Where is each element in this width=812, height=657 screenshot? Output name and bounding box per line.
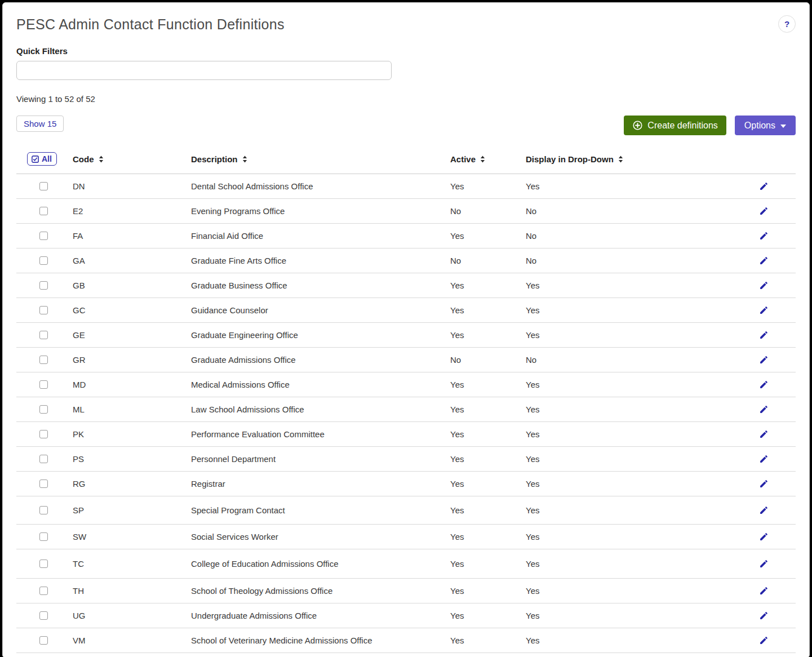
- create-definitions-button[interactable]: Create definitions: [624, 116, 726, 135]
- column-header-active[interactable]: Active: [450, 149, 526, 174]
- create-definitions-label: Create definitions: [647, 121, 718, 131]
- options-button[interactable]: Options: [735, 116, 796, 135]
- table-row: E2 Evening Programs Office No No: [16, 199, 796, 224]
- table-row: GC Guidance Counselor Yes Yes: [16, 298, 796, 323]
- row-checkbox[interactable]: [39, 356, 48, 364]
- row-checkbox[interactable]: [39, 306, 48, 314]
- edit-pencil-icon[interactable]: [758, 255, 770, 267]
- description-cell: Dental School Admissions Office: [191, 174, 450, 199]
- table-row: GB Graduate Business Office Yes Yes: [16, 273, 796, 298]
- checkbox-cell: [16, 224, 73, 248]
- code-header-label: Code: [73, 154, 94, 164]
- display-cell: Yes: [526, 273, 745, 298]
- page-title: PESC Admin Contact Function Definitions: [16, 16, 285, 33]
- row-checkbox[interactable]: [39, 455, 48, 463]
- edit-pencil-icon[interactable]: [758, 230, 770, 242]
- row-checkbox[interactable]: [39, 232, 48, 240]
- active-cell: Yes: [450, 224, 526, 248]
- display-cell: Yes: [526, 447, 745, 472]
- checkbox-cell: [16, 273, 73, 298]
- checkbox-cell: [16, 496, 73, 525]
- options-label: Options: [744, 121, 775, 131]
- column-header-code[interactable]: Code: [73, 149, 191, 174]
- description-cell: Undergraduate Admissions Office: [191, 603, 450, 628]
- edit-pencil-icon[interactable]: [758, 558, 770, 570]
- edit-pencil-icon[interactable]: [758, 304, 770, 316]
- edit-pencil-icon[interactable]: [758, 379, 770, 390]
- quick-filters-label: Quick Filters: [16, 46, 796, 56]
- display-cell: Yes: [526, 397, 745, 422]
- column-header-display-in-dropdown[interactable]: Display in Drop-Down: [526, 149, 745, 174]
- show-page-size-button[interactable]: Show 15: [16, 116, 64, 132]
- viewing-status: Viewing 1 to 52 of 52: [16, 94, 796, 104]
- row-checkbox[interactable]: [39, 587, 48, 595]
- display-cell: No: [526, 348, 745, 372]
- table-row: SW Social Services Worker Yes Yes: [16, 525, 796, 549]
- edit-cell: [745, 397, 796, 422]
- edit-pencil-icon[interactable]: [758, 428, 770, 440]
- row-checkbox[interactable]: [39, 430, 48, 438]
- row-checkbox[interactable]: [39, 560, 48, 568]
- description-cell: Graduate Engineering Office: [191, 323, 450, 348]
- row-checkbox[interactable]: [39, 380, 48, 389]
- description-cell: Evening Programs Office: [191, 199, 450, 224]
- display-cell: Yes: [526, 174, 745, 199]
- code-cell: GC: [73, 298, 191, 323]
- edit-pencil-icon[interactable]: [758, 180, 770, 192]
- quick-filter-input[interactable]: [16, 61, 392, 80]
- display-cell: No: [526, 248, 745, 273]
- edit-pencil-icon[interactable]: [758, 403, 770, 415]
- checkbox-cell: [16, 628, 73, 653]
- edit-pencil-icon[interactable]: [758, 610, 770, 622]
- row-checkbox[interactable]: [39, 256, 48, 265]
- checkbox-cell: [16, 422, 73, 447]
- select-all-button[interactable]: All: [27, 152, 57, 166]
- row-checkbox[interactable]: [39, 636, 48, 645]
- table-row: VM School of Veterinary Medicine Admissi…: [16, 628, 796, 653]
- table-row: ML Law School Admissions Office Yes Yes: [16, 397, 796, 422]
- code-cell: TC: [73, 549, 191, 579]
- checkbox-cell: [16, 199, 73, 224]
- table-row: PS Personnel Department Yes Yes: [16, 447, 796, 472]
- row-checkbox[interactable]: [39, 532, 48, 541]
- edit-pencil-icon[interactable]: [758, 634, 770, 646]
- edit-pencil-icon[interactable]: [758, 279, 770, 291]
- active-cell: No: [450, 348, 526, 372]
- edit-cell: [745, 372, 796, 397]
- check-square-icon: [31, 155, 39, 163]
- edit-pencil-icon[interactable]: [758, 205, 770, 217]
- table-row: FA Financial Aid Office Yes No: [16, 224, 796, 248]
- edit-pencil-icon[interactable]: [758, 504, 770, 516]
- column-header-description[interactable]: Description: [191, 149, 450, 174]
- edit-pencil-icon[interactable]: [758, 585, 770, 597]
- row-checkbox[interactable]: [39, 281, 48, 290]
- row-checkbox[interactable]: [39, 506, 48, 514]
- page-header: PESC Admin Contact Function Definitions …: [16, 15, 796, 33]
- active-cell: Yes: [450, 174, 526, 199]
- row-checkbox[interactable]: [39, 331, 48, 339]
- code-cell: SP: [73, 496, 191, 525]
- checkbox-cell: [16, 298, 73, 323]
- row-checkbox[interactable]: [39, 207, 48, 215]
- row-checkbox[interactable]: [39, 182, 48, 190]
- edit-pencil-icon[interactable]: [758, 478, 770, 490]
- description-cell: Medical Admissions Office: [191, 372, 450, 397]
- row-checkbox[interactable]: [39, 480, 48, 488]
- description-cell: College of Education Admissions Office: [191, 549, 450, 579]
- edit-pencil-icon[interactable]: [758, 531, 770, 543]
- edit-pencil-icon[interactable]: [758, 354, 770, 366]
- row-checkbox[interactable]: [39, 611, 48, 620]
- edit-pencil-icon[interactable]: [758, 329, 770, 341]
- description-cell: Graduate Fine Arts Office: [191, 248, 450, 273]
- table-row: MD Medical Admissions Office Yes Yes: [16, 372, 796, 397]
- row-checkbox[interactable]: [39, 405, 48, 414]
- code-cell: PK: [73, 422, 191, 447]
- edit-cell: [745, 525, 796, 549]
- edit-pencil-icon[interactable]: [758, 453, 770, 465]
- code-cell: RG: [73, 472, 191, 496]
- help-button[interactable]: ?: [778, 15, 796, 33]
- description-cell: Registrar: [191, 472, 450, 496]
- display-cell: Yes: [526, 603, 745, 628]
- select-all-label: All: [42, 154, 52, 163]
- edit-cell: [745, 447, 796, 472]
